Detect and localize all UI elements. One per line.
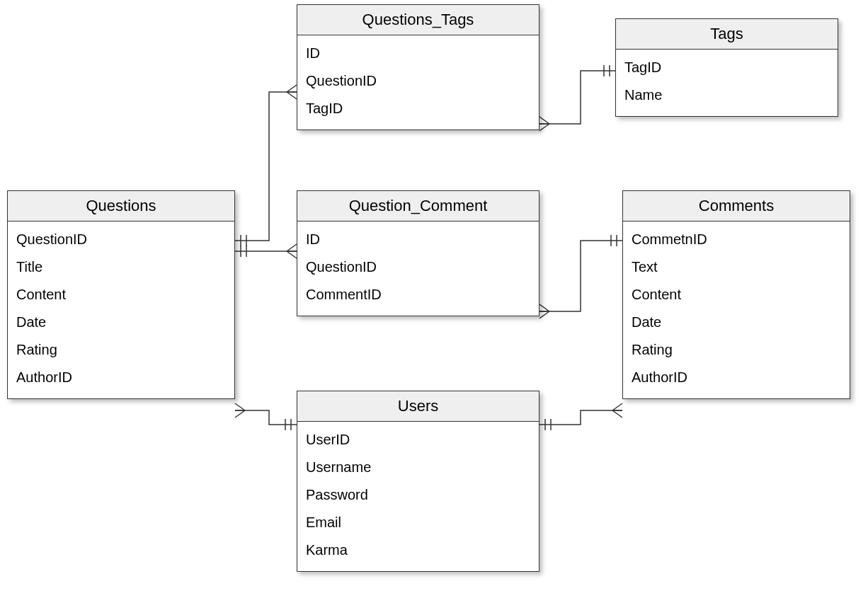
field: TagID: [304, 95, 532, 122]
field: Name: [623, 81, 830, 109]
field: Text: [630, 253, 843, 281]
svg-line-7: [539, 117, 549, 124]
field: Rating: [15, 336, 227, 364]
entity-fields: ID QuestionID CommentID: [297, 221, 539, 316]
field: Content: [15, 281, 227, 309]
field: Karma: [304, 536, 532, 564]
svg-line-17: [539, 304, 549, 311]
svg-line-22: [235, 403, 245, 410]
svg-line-14: [287, 251, 297, 258]
field: Password: [304, 481, 532, 509]
entity-questions-tags: Questions_Tags ID QuestionID TagID: [297, 4, 539, 130]
svg-line-27: [612, 403, 622, 410]
svg-line-9: [539, 124, 549, 131]
entity-title: Questions_Tags: [297, 5, 539, 35]
entity-title: Tags: [616, 19, 838, 50]
field: Title: [15, 253, 227, 281]
entity-users: Users UserID Username Password Email Kar…: [297, 391, 539, 572]
entity-fields: UserID Username Password Email Karma: [297, 422, 539, 571]
entity-title: Questions: [8, 191, 234, 221]
entity-title: Users: [297, 391, 539, 422]
svg-line-12: [287, 244, 297, 251]
field: Username: [304, 454, 532, 481]
field: AuthorID: [630, 364, 843, 391]
svg-line-4: [287, 92, 297, 99]
field: Date: [630, 309, 843, 336]
field: Date: [15, 309, 227, 336]
field: ID: [304, 226, 532, 253]
entity-tags: Tags TagID Name: [615, 18, 838, 117]
entity-title: Comments: [623, 191, 850, 221]
field: QuestionID: [304, 253, 532, 281]
entity-fields: ID QuestionID TagID: [297, 35, 539, 130]
entity-title: Question_Comment: [297, 191, 539, 221]
field: CommetnID: [630, 226, 843, 253]
field: Rating: [630, 336, 843, 364]
svg-line-19: [539, 311, 549, 318]
field: UserID: [304, 426, 532, 454]
entity-fields: TagID Name: [616, 50, 838, 116]
entity-question-comment: Question_Comment ID QuestionID CommentID: [297, 190, 539, 316]
field: TagID: [623, 54, 830, 81]
field: ID: [304, 40, 532, 67]
field: QuestionID: [304, 67, 532, 95]
svg-line-2: [287, 85, 297, 92]
entity-fields: QuestionID Title Content Date Rating Aut…: [8, 221, 234, 398]
field: QuestionID: [15, 226, 227, 253]
entity-questions: Questions QuestionID Title Content Date …: [7, 190, 235, 399]
field: AuthorID: [15, 364, 227, 391]
entity-comments: Comments CommetnID Text Content Date Rat…: [622, 190, 850, 399]
svg-line-29: [612, 410, 622, 418]
field: Email: [304, 509, 532, 536]
entity-fields: CommetnID Text Content Date Rating Autho…: [623, 221, 850, 398]
field: CommentID: [304, 281, 532, 309]
er-diagram-canvas: Questions_Tags ID QuestionID TagID Tags …: [0, 0, 868, 610]
field: Content: [630, 281, 843, 309]
svg-line-24: [235, 410, 245, 418]
